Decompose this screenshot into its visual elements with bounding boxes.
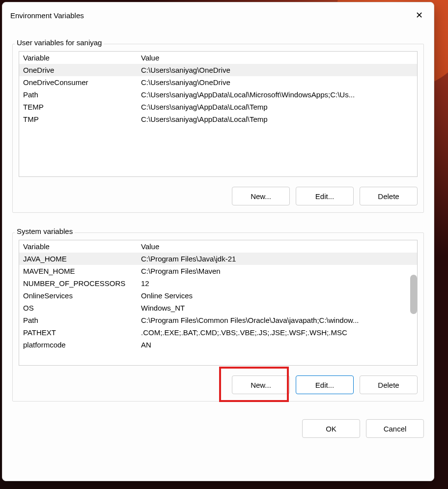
variable-value-cell: C:\Users\saniyag\OneDrive	[137, 64, 417, 76]
variable-name-cell: platformcode	[19, 339, 137, 351]
table-row[interactable]: PathC:\Program Files\Common Files\Oracle…	[19, 314, 417, 326]
variable-value-cell: C:\Program Files\Maven	[137, 265, 417, 277]
table-row[interactable]: NUMBER_OF_PROCESSORS12	[19, 277, 417, 289]
table-row[interactable]: TMPC:\Users\saniyag\AppData\Local\Temp	[19, 113, 417, 125]
variable-value-cell: C:\Users\saniyag\AppData\Local\Temp	[137, 101, 417, 113]
environment-variables-dialog: Environment Variables ✕ User variables f…	[2, 2, 434, 481]
variable-value-cell: Online Services	[137, 289, 417, 302]
variable-name-cell: NUMBER_OF_PROCESSORS	[19, 277, 137, 289]
variable-value-cell: Windows_NT	[137, 302, 417, 314]
table-row[interactable]: PathC:\Users\saniyag\AppData\Local\Micro…	[19, 88, 417, 101]
user-new-button[interactable]: New...	[232, 187, 290, 205]
variable-name-cell: OS	[19, 302, 137, 314]
table-row[interactable]: MAVEN_HOMEC:\Program Files\Maven	[19, 265, 417, 277]
system-new-button[interactable]: New...	[232, 375, 290, 394]
variable-name-cell: PATHEXT	[19, 326, 137, 339]
variable-value-cell: C:\Users\saniyag\OneDrive	[137, 76, 417, 88]
system-variables-table-container[interactable]: Variable Value JAVA_HOMEC:\Program Files…	[19, 240, 418, 366]
column-header-variable[interactable]: Variable	[19, 240, 137, 253]
variable-name-cell: Path	[19, 88, 137, 101]
system-edit-button[interactable]: Edit...	[296, 375, 354, 394]
variable-name-cell: TEMP	[19, 101, 137, 113]
title-bar: Environment Variables ✕	[2, 2, 434, 26]
variable-value-cell: C:\Users\saniyag\AppData\Local\Temp	[137, 113, 417, 125]
vertical-scrollbar[interactable]	[410, 275, 417, 314]
table-row[interactable]: JAVA_HOMEC:\Program Files\Java\jdk-21	[19, 253, 417, 265]
variable-name-cell: OneDriveConsumer	[19, 76, 137, 88]
ok-button[interactable]: OK	[302, 419, 360, 438]
dialog-title: Environment Variables	[10, 11, 84, 20]
variable-name-cell: MAVEN_HOME	[19, 265, 137, 277]
system-delete-button[interactable]: Delete	[360, 375, 418, 394]
user-delete-button[interactable]: Delete	[360, 187, 418, 205]
variable-name-cell: TMP	[19, 113, 137, 125]
user-variables-label: User variables for saniyag	[15, 38, 104, 47]
system-variables-label: System variables	[15, 227, 75, 235]
close-icon[interactable]: ✕	[412, 8, 426, 22]
table-row[interactable]: platformcodeAN	[19, 339, 417, 351]
variable-name-cell: JAVA_HOME	[19, 253, 137, 265]
table-row[interactable]: OneDriveConsumerC:\Users\saniyag\OneDriv…	[19, 76, 417, 88]
variable-value-cell: AN	[137, 339, 417, 351]
variable-value-cell: C:\Program Files\Common Files\Oracle\Jav…	[137, 314, 417, 326]
dialog-content: User variables for saniyag Variable Valu…	[2, 26, 434, 448]
variable-value-cell: C:\Program Files\Java\jdk-21	[137, 253, 417, 265]
dialog-button-row: OK Cancel	[12, 419, 424, 438]
column-header-value[interactable]: Value	[137, 240, 417, 253]
table-row[interactable]: OSWindows_NT	[19, 302, 417, 314]
variable-name-cell: OnlineServices	[19, 289, 137, 302]
table-row[interactable]: OneDriveC:\Users\saniyag\OneDrive	[19, 64, 417, 76]
variable-name-cell: Path	[19, 314, 137, 326]
user-button-row: New... Edit... Delete	[19, 187, 418, 205]
user-variables-table: Variable Value OneDriveC:\Users\saniyag\…	[19, 52, 417, 125]
system-variables-table: Variable Value JAVA_HOMEC:\Program Files…	[19, 240, 417, 351]
variable-value-cell: .COM;.EXE;.BAT;.CMD;.VBS;.VBE;.JS;.JSE;.…	[137, 326, 417, 339]
column-header-value[interactable]: Value	[137, 52, 417, 64]
column-header-variable[interactable]: Variable	[19, 52, 137, 64]
system-variables-group: System variables Variable Value JAVA_HOM…	[12, 232, 424, 402]
user-edit-button[interactable]: Edit...	[296, 187, 354, 205]
variable-value-cell: C:\Users\saniyag\AppData\Local\Microsoft…	[137, 88, 417, 101]
system-button-row: New... Edit... Delete	[19, 375, 418, 394]
table-row[interactable]: OnlineServicesOnline Services	[19, 289, 417, 302]
cancel-button[interactable]: Cancel	[366, 419, 424, 438]
user-variables-table-container[interactable]: Variable Value OneDriveC:\Users\saniyag\…	[19, 51, 418, 177]
variable-name-cell: OneDrive	[19, 64, 137, 76]
user-variables-group: User variables for saniyag Variable Valu…	[12, 44, 424, 213]
variable-value-cell: 12	[137, 277, 417, 289]
table-row[interactable]: TEMPC:\Users\saniyag\AppData\Local\Temp	[19, 101, 417, 113]
table-row[interactable]: PATHEXT.COM;.EXE;.BAT;.CMD;.VBS;.VBE;.JS…	[19, 326, 417, 339]
